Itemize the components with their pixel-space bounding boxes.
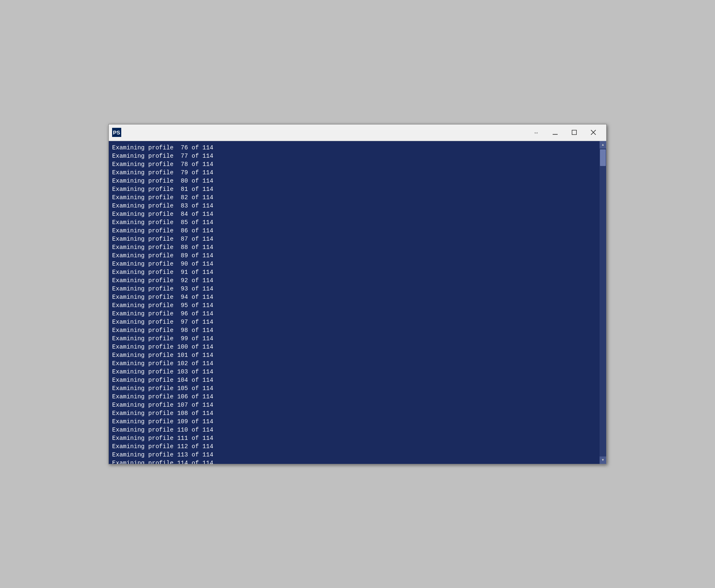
terminal-line: Examining profile 114 of 114 (112, 459, 596, 464)
svg-rect-2 (553, 134, 558, 135)
terminal-line: Examining profile 98 of 114 (112, 326, 596, 334)
svg-rect-3 (572, 130, 577, 135)
terminal-line: Examining profile 93 of 114 (112, 285, 596, 293)
window-controls: ↔ (526, 126, 603, 139)
terminal-line: Examining profile 103 of 114 (112, 368, 596, 376)
terminal-line: Examining profile 82 of 114 (112, 193, 596, 202)
svg-text:PS: PS (113, 129, 120, 136)
terminal-line: Examining profile 90 of 114 (112, 260, 596, 268)
terminal-line: Examining profile 88 of 114 (112, 243, 596, 251)
terminal-line: Examining profile 113 of 114 (112, 451, 596, 459)
terminal-line: Examining profile 100 of 114 (112, 343, 596, 351)
terminal-line: Examining profile 99 of 114 (112, 334, 596, 343)
terminal-line: Examining profile 76 of 114 (112, 144, 596, 152)
terminal-line: Examining profile 112 of 114 (112, 442, 596, 451)
terminal-line: Examining profile 107 of 114 (112, 401, 596, 409)
terminal-body[interactable]: Examining profile 76 of 114Examining pro… (109, 141, 606, 464)
titlebar: PS ↔ (109, 124, 606, 141)
terminal-line: Examining profile 106 of 114 (112, 393, 596, 401)
terminal-line: Examining profile 102 of 114 (112, 359, 596, 368)
terminal-line: Examining profile 97 of 114 (112, 318, 596, 326)
terminal-output: Examining profile 76 of 114Examining pro… (109, 141, 600, 464)
scrollbar-thumb[interactable] (600, 149, 606, 166)
app-icon: PS (112, 128, 121, 137)
terminal-line: Examining profile 94 of 114 (112, 293, 596, 301)
minimize-button[interactable] (546, 126, 565, 139)
terminal-line: Examining profile 77 of 114 (112, 152, 596, 160)
terminal-line: Examining profile 86 of 114 (112, 227, 596, 235)
terminal-line: Examining profile 87 of 114 (112, 235, 596, 243)
terminal-line: Examining profile 96 of 114 (112, 310, 596, 318)
close-button[interactable] (584, 126, 603, 139)
terminal-line: Examining profile 83 of 114 (112, 202, 596, 210)
terminal-line: Examining profile 85 of 114 (112, 218, 596, 227)
minimize-icon (553, 130, 558, 135)
terminal-line: Examining profile 101 of 114 (112, 351, 596, 359)
maximize-icon (572, 130, 577, 135)
terminal-line: Examining profile 105 of 114 (112, 384, 596, 393)
scrollbar[interactable]: ▲ ▼ (600, 141, 606, 464)
maximize-button[interactable] (565, 126, 584, 139)
scroll-down-button[interactable]: ▼ (600, 456, 606, 464)
terminal-line: Examining profile 89 of 114 (112, 251, 596, 260)
restore-icon: ↔ (534, 129, 539, 136)
terminal-line: Examining profile 110 of 114 (112, 426, 596, 434)
terminal-line: Examining profile 92 of 114 (112, 276, 596, 285)
terminal-line: Examining profile 79 of 114 (112, 168, 596, 177)
close-icon (591, 130, 596, 135)
terminal-line: Examining profile 80 of 114 (112, 177, 596, 185)
scroll-up-button[interactable]: ▲ (600, 141, 606, 149)
terminal-line: Examining profile 108 of 114 (112, 409, 596, 417)
terminal-line: Examining profile 81 of 114 (112, 185, 596, 193)
terminal-line: Examining profile 84 of 114 (112, 210, 596, 218)
terminal-line: Examining profile 104 of 114 (112, 376, 596, 384)
terminal-line: Examining profile 111 of 114 (112, 434, 596, 442)
restore-button[interactable]: ↔ (526, 126, 546, 139)
terminal-line: Examining profile 95 of 114 (112, 301, 596, 310)
powershell-window: PS ↔ (108, 124, 607, 464)
terminal-line: Examining profile 109 of 114 (112, 417, 596, 426)
terminal-line: Examining profile 78 of 114 (112, 160, 596, 168)
terminal-line: Examining profile 91 of 114 (112, 268, 596, 276)
